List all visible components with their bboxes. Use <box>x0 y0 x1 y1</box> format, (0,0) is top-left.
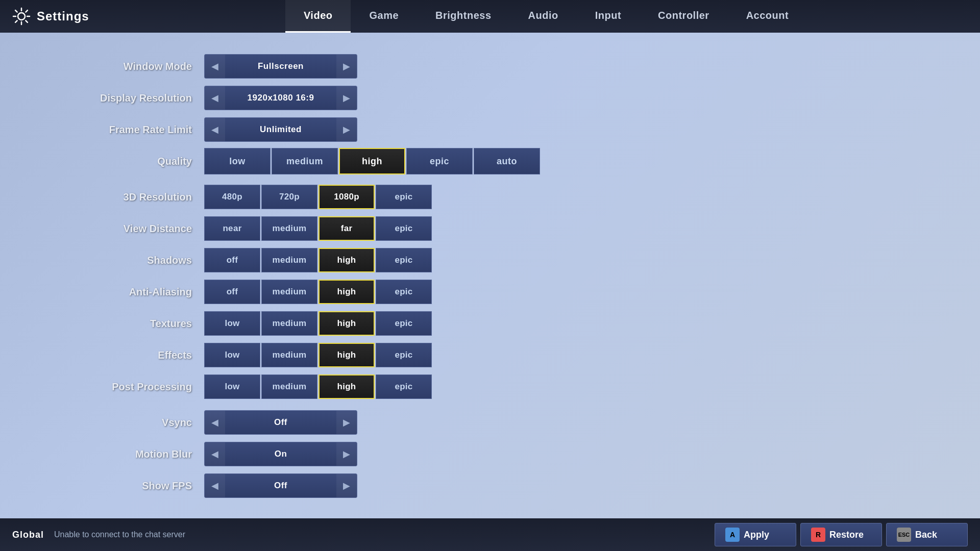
display-resolution-next[interactable]: ▶ <box>336 86 357 110</box>
bottom-actions: A Apply R Restore ESC Back <box>715 523 968 546</box>
shadows-high[interactable]: high <box>318 248 375 272</box>
textures-low[interactable]: low <box>204 311 260 336</box>
back-key: ESC <box>897 528 911 542</box>
svg-line-5 <box>15 10 17 12</box>
show-fps-prev[interactable]: ◀ <box>205 474 225 497</box>
frame-rate-value: Unlimited <box>225 124 336 135</box>
quality-label: Quality <box>41 156 204 167</box>
resolution-3d-1080p[interactable]: 1080p <box>318 185 375 209</box>
tab-audio[interactable]: Audio <box>510 0 577 33</box>
shadows-off[interactable]: off <box>204 248 260 272</box>
anti-aliasing-epic[interactable]: epic <box>376 280 432 304</box>
top-bar: Settings Video Game Brightness Audio Inp… <box>0 0 980 33</box>
view-distance-epic[interactable]: epic <box>376 216 432 241</box>
quality-medium[interactable]: medium <box>272 148 338 174</box>
post-processing-high[interactable]: high <box>318 374 375 399</box>
motion-blur-next[interactable]: ▶ <box>336 442 357 466</box>
tab-account[interactable]: Account <box>728 0 807 33</box>
view-distance-label: View Distance <box>41 223 204 235</box>
frame-rate-row: Frame Rate Limit ◀ Unlimited ▶ <box>41 116 939 143</box>
restore-button[interactable]: R Restore <box>800 523 882 546</box>
back-button[interactable]: ESC Back <box>886 523 968 546</box>
textures-epic[interactable]: epic <box>376 311 432 336</box>
resolution-3d-label: 3D Resolution <box>41 191 204 203</box>
show-fps-next[interactable]: ▶ <box>336 474 357 497</box>
status-text: Unable to connect to the chat server <box>54 530 715 539</box>
display-resolution-selector[interactable]: ◀ 980x551 16:9 ▶ <box>204 86 357 110</box>
svg-line-8 <box>15 20 17 22</box>
tab-game[interactable]: Game <box>351 0 417 33</box>
shadows-buttons: off medium high epic <box>204 248 432 272</box>
view-distance-far[interactable]: far <box>318 216 375 241</box>
post-processing-row: Post Processing low medium high epic <box>41 373 939 400</box>
tab-controller[interactable]: Controller <box>640 0 728 33</box>
effects-high[interactable]: high <box>318 343 375 367</box>
effects-epic[interactable]: epic <box>376 343 432 367</box>
apply-key: A <box>725 528 740 542</box>
anti-aliasing-buttons: off medium high epic <box>204 280 432 304</box>
textures-high[interactable]: high <box>318 311 375 336</box>
display-resolution-label: Display Resolution <box>41 92 204 104</box>
motion-blur-row: Motion Blur ◀ On ▶ <box>41 441 939 467</box>
textures-medium[interactable]: medium <box>261 311 317 336</box>
display-resolution-prev[interactable]: ◀ <box>205 86 225 110</box>
window-mode-selector[interactable]: ◀ Fullscreen ▶ <box>204 54 357 79</box>
view-distance-medium[interactable]: medium <box>261 216 317 241</box>
view-distance-buttons: near medium far epic <box>204 216 432 241</box>
window-mode-value: Fullscreen <box>225 61 336 71</box>
textures-buttons: low medium high epic <box>204 311 432 336</box>
display-resolution-row: Display Resolution ◀ 980x551 16:9 ▶ <box>41 85 939 111</box>
vsync-value: Off <box>225 417 336 428</box>
view-distance-near[interactable]: near <box>204 216 260 241</box>
show-fps-label: Show FPS <box>41 480 204 492</box>
vsync-next[interactable]: ▶ <box>336 411 357 434</box>
svg-line-6 <box>26 20 28 22</box>
window-mode-prev[interactable]: ◀ <box>205 55 225 78</box>
post-processing-medium[interactable]: medium <box>261 374 317 399</box>
motion-blur-selector[interactable]: ◀ On ▶ <box>204 442 357 466</box>
post-processing-label: Post Processing <box>41 381 204 393</box>
window-mode-next[interactable]: ▶ <box>336 55 357 78</box>
shadows-medium[interactable]: medium <box>261 248 317 272</box>
quality-auto[interactable]: auto <box>474 148 540 174</box>
tab-input[interactable]: Input <box>577 0 640 33</box>
vsync-prev[interactable]: ◀ <box>205 411 225 434</box>
frame-rate-selector[interactable]: ◀ Unlimited ▶ <box>204 117 357 142</box>
vsync-selector[interactable]: ◀ Off ▶ <box>204 410 357 435</box>
quality-low[interactable]: low <box>204 148 271 174</box>
textures-row: Textures low medium high epic <box>41 310 939 337</box>
resolution-3d-epic[interactable]: epic <box>376 185 432 209</box>
motion-blur-value: On <box>225 449 336 459</box>
restore-key: R <box>811 528 825 542</box>
anti-aliasing-off[interactable]: off <box>204 280 260 304</box>
resolution-3d-buttons: 480p 720p 1080p epic <box>204 185 432 209</box>
tab-video[interactable]: Video <box>285 0 351 33</box>
motion-blur-prev[interactable]: ◀ <box>205 442 225 466</box>
global-label: Global <box>12 530 44 540</box>
quality-high[interactable]: high <box>339 148 405 174</box>
apply-button[interactable]: A Apply <box>715 523 796 546</box>
quality-epic[interactable]: epic <box>406 148 473 174</box>
shadows-epic[interactable]: epic <box>376 248 432 272</box>
post-processing-low[interactable]: low <box>204 374 260 399</box>
post-processing-buttons: low medium high epic <box>204 374 432 399</box>
vsync-row: Vsync ◀ Off ▶ <box>41 409 939 436</box>
show-fps-row: Show FPS ◀ Off ▶ <box>41 472 939 499</box>
resolution-3d-480p[interactable]: 480p <box>204 185 260 209</box>
svg-line-7 <box>26 10 28 12</box>
resolution-3d-row: 3D Resolution 480p 720p 1080p epic <box>41 184 939 210</box>
anti-aliasing-medium[interactable]: medium <box>261 280 317 304</box>
effects-medium[interactable]: medium <box>261 343 317 367</box>
restore-label: Restore <box>829 530 864 540</box>
frame-rate-next[interactable]: ▶ <box>336 118 357 141</box>
anti-aliasing-high[interactable]: high <box>318 280 375 304</box>
tab-brightness[interactable]: Brightness <box>417 0 509 33</box>
display-resolution-value: 980x551 16:9 <box>225 93 336 103</box>
show-fps-selector[interactable]: ◀ Off ▶ <box>204 473 357 498</box>
post-processing-epic[interactable]: epic <box>376 374 432 399</box>
effects-low[interactable]: low <box>204 343 260 367</box>
frame-rate-prev[interactable]: ◀ <box>205 118 225 141</box>
resolution-3d-720p[interactable]: 720p <box>261 185 317 209</box>
window-mode-label: Window Mode <box>41 61 204 72</box>
nav-tabs: Video Game Brightness Audio Input Contro… <box>112 0 980 33</box>
